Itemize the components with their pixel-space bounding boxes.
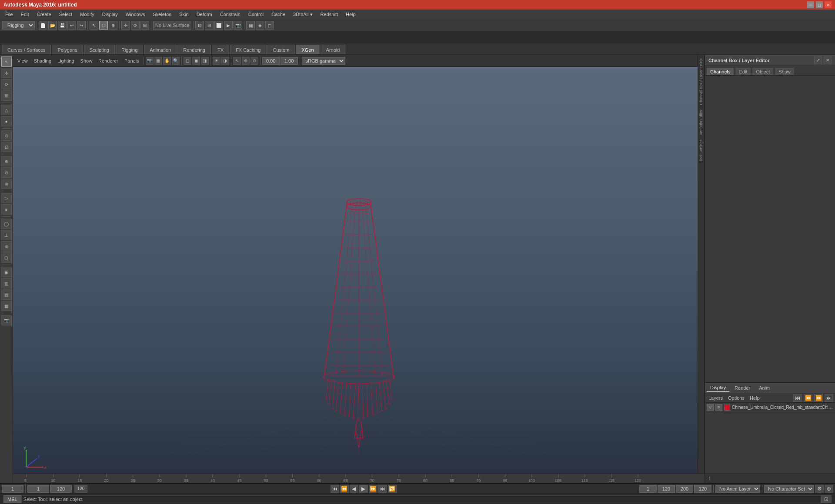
vp-wire-btn[interactable]: ◻ <box>184 57 191 65</box>
loop-btn[interactable]: 🔁 <box>388 485 397 493</box>
tab-custom[interactable]: Custom <box>267 45 295 54</box>
snap-btn[interactable]: ⊡ <box>195 21 204 30</box>
char-set-btn2[interactable]: ⊕ <box>825 485 833 493</box>
vp-grid-btn[interactable]: ▦ <box>154 57 162 65</box>
le-options-btn[interactable]: Options <box>726 395 746 401</box>
cb-close-btn[interactable]: ✕ <box>824 56 832 64</box>
channel-btn[interactable]: ≡ <box>1 204 12 215</box>
le-tab-display[interactable]: Display <box>707 384 729 392</box>
render-preview-btn[interactable]: 📷 <box>1 315 12 325</box>
scale-btn[interactable]: ⊞ <box>140 21 149 30</box>
cb-expand-btn[interactable]: ⤢ <box>814 56 822 64</box>
vp-light-btn[interactable]: ☀ <box>213 57 220 65</box>
grid-btn[interactable]: ▦ <box>246 21 255 30</box>
tab-rendering[interactable]: Rendering <box>177 45 211 54</box>
vp-smooth-btn[interactable]: ◼ <box>192 57 200 65</box>
channel-box-side-tab[interactable]: Channel Box / Layer Editor <box>698 56 704 107</box>
menu-3dto[interactable]: 3DtoAll ▾ <box>290 11 316 18</box>
go-start-btn[interactable]: ⏮ <box>331 485 339 493</box>
render-btn[interactable]: ▶ <box>224 21 233 30</box>
menu-help[interactable]: Help <box>342 11 359 18</box>
timeline-ruler[interactable]: 1 5 10 15 20 25 30 35 40 <box>0 474 705 483</box>
cb-tab-channels[interactable]: Channels <box>707 68 734 75</box>
snap-point-btn[interactable]: ⊗ <box>1 179 12 189</box>
cam-btn[interactable]: 📷 <box>234 21 242 30</box>
cv-btn[interactable]: ⊡ <box>1 142 12 152</box>
tab-arnold[interactable]: Arnold <box>321 45 346 54</box>
vp-pan-btn[interactable]: ✋ <box>163 57 171 65</box>
select-btn[interactable]: ↖ <box>90 21 98 30</box>
timeline-area[interactable]: 1 5 10 15 20 25 30 35 40 <box>0 474 705 483</box>
le-prev2-btn[interactable]: ⏪ <box>804 394 812 402</box>
command-input[interactable] <box>21 495 821 503</box>
layer-item-1[interactable]: V P Chinese_Umbrella_Closed_Red_mb_stand… <box>705 403 835 412</box>
tools-btn3[interactable]: ▤ <box>1 289 12 300</box>
select-tool-btn[interactable]: ↖ <box>1 56 12 67</box>
cluster-btn[interactable]: ⊛ <box>1 241 12 252</box>
soft-select-btn[interactable]: △ <box>1 105 12 115</box>
vp-cam-btn[interactable]: 📷 <box>146 57 154 65</box>
ik-btn[interactable]: ⊥ <box>1 230 12 240</box>
vp-isolate-btn[interactable]: ⊙ <box>250 57 258 65</box>
move-btn[interactable]: ✛ <box>121 21 130 30</box>
xray-btn[interactable]: ◈ <box>256 21 264 30</box>
end-frame-field[interactable] <box>50 485 72 493</box>
lasso-btn[interactable]: ⬡ <box>99 21 108 30</box>
menu-redshift[interactable]: Redshift <box>317 11 341 18</box>
tools-btn1[interactable]: ▣ <box>1 267 12 277</box>
vp-view-menu[interactable]: View <box>15 57 30 64</box>
char-set-btn[interactable]: ⚙ <box>815 485 824 493</box>
vp-frame-end-field[interactable] <box>281 57 298 65</box>
le-next2-btn[interactable]: ⏭ <box>825 394 833 402</box>
wire-btn[interactable]: ◻ <box>265 21 274 30</box>
snap-curve-btn[interactable]: ⊘ <box>1 167 12 178</box>
char-set-dropdown[interactable]: No Character Set <box>764 485 814 493</box>
layer-p-btn[interactable]: P <box>715 404 722 411</box>
sculpt-btn[interactable]: ● <box>1 116 12 126</box>
menu-modify[interactable]: Modify <box>77 11 97 18</box>
minimize-button[interactable]: ─ <box>807 1 814 8</box>
save-btn[interactable]: 💾 <box>58 21 67 30</box>
menu-file[interactable]: File <box>2 11 17 18</box>
new-scene-btn[interactable]: 📄 <box>39 21 47 30</box>
scale-tool-btn[interactable]: ⊞ <box>1 90 12 101</box>
vp-gamma-dropdown[interactable]: sRGB gamma <box>302 57 345 65</box>
le-tab-anim[interactable]: Anim <box>755 385 773 391</box>
history-btn[interactable]: ▷ <box>1 193 12 203</box>
layer-v-btn[interactable]: V <box>707 404 714 411</box>
go-end-btn[interactable]: ⏭ <box>378 485 387 493</box>
vp-flat-btn[interactable]: ◨ <box>201 57 209 65</box>
undo-btn[interactable]: ↩ <box>67 21 76 30</box>
rotate-btn[interactable]: ⟳ <box>131 21 140 30</box>
skin-btn[interactable]: ⬡ <box>1 252 12 263</box>
script-btn[interactable]: ⊡ <box>821 495 832 503</box>
maximize-button[interactable]: □ <box>816 1 823 8</box>
vp-panels-menu[interactable]: Panels <box>122 57 142 64</box>
vp-shadow-btn[interactable]: ◑ <box>221 57 229 65</box>
joint-btn[interactable]: ◯ <box>1 219 12 229</box>
le-help-btn[interactable]: Help <box>748 395 762 401</box>
step-fwd-btn[interactable]: ⏩ <box>369 485 377 493</box>
open-btn[interactable]: 📂 <box>48 21 57 30</box>
snap-grid-btn[interactable]: ⊕ <box>1 156 12 166</box>
cb-tab-edit[interactable]: Edit <box>735 68 751 75</box>
snap2-btn[interactable]: ⊟ <box>205 21 214 30</box>
close-button[interactable]: ✕ <box>825 1 832 8</box>
tab-fx[interactable]: FX <box>212 45 229 54</box>
le-layers-btn[interactable]: Layers <box>707 395 725 401</box>
tab-curves-surfaces[interactable]: Curves / Surfaces <box>2 45 51 54</box>
tools-btn2[interactable]: ▥ <box>1 278 12 288</box>
menu-display[interactable]: Display <box>99 11 121 18</box>
menu-skeleton[interactable]: Skeleton <box>149 11 175 18</box>
menu-create[interactable]: Create <box>33 11 55 18</box>
menu-select[interactable]: Select <box>56 11 76 18</box>
fps-field[interactable] <box>694 485 711 493</box>
start-frame-field[interactable] <box>27 485 49 493</box>
workspace-dropdown[interactable]: Rigging <box>2 21 35 30</box>
vp-shading-menu[interactable]: Shading <box>31 57 54 64</box>
tab-fx-caching[interactable]: FX Caching <box>230 45 266 54</box>
move-tool-btn[interactable]: ✛ <box>1 68 12 78</box>
menu-constrain[interactable]: Constrain <box>217 11 244 18</box>
snap3-btn[interactable]: ⬜ <box>214 21 223 30</box>
playback-end-field[interactable] <box>676 485 693 493</box>
